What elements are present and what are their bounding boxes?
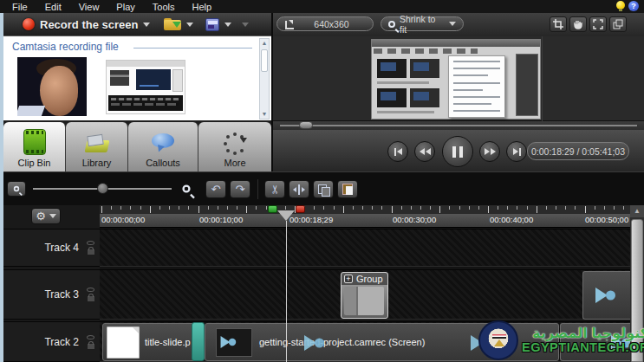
scroll-up-icon[interactable]: ▲ [260, 39, 269, 48]
track-header-4[interactable]: Track 4 [0, 229, 100, 267]
timeline-ruler[interactable]: 00:00:00;00 00:00:10;00 00:00:18;29 00:0… [100, 205, 630, 228]
tab-clip-bin[interactable]: Clip Bin [3, 122, 66, 171]
copy-icon [318, 184, 329, 195]
webcam-clip-thumbnail[interactable] [17, 57, 87, 116]
pause-button[interactable] [442, 136, 473, 167]
toolbar-divider [257, 179, 258, 199]
zoom-in-button[interactable] [175, 179, 198, 198]
crop-button[interactable] [550, 16, 567, 32]
import-media-icon[interactable] [164, 18, 181, 30]
canvas-dimensions-button[interactable]: 640x360 [276, 16, 374, 31]
track-name: Track 2 [44, 336, 79, 348]
lightbulb-icon[interactable] [616, 1, 625, 11]
magnifier-icon [388, 21, 395, 28]
zoom-mode-dropdown[interactable]: Shrink to fit [381, 16, 464, 31]
track-header-2[interactable]: Track 2 [0, 321, 100, 362]
rewind-button[interactable] [414, 141, 435, 162]
lock-icon[interactable] [88, 249, 94, 255]
undo-button[interactable]: ↶ [205, 180, 226, 198]
timeline-settings-button[interactable]: ⚙ [31, 208, 61, 224]
split-icon [293, 184, 305, 195]
lock-icon[interactable] [88, 296, 94, 301]
callouts-icon [150, 133, 176, 152]
import-dropdown-icon[interactable] [186, 23, 193, 27]
time-display: 0:00:18:29 / 0:05:41;03 [527, 142, 629, 160]
ruler-label: 00:00:40;00 [490, 215, 533, 224]
fast-forward-button[interactable] [479, 141, 500, 162]
transition-clip[interactable] [192, 322, 205, 361]
tab-library[interactable]: Library [66, 122, 128, 171]
zoom-out-button[interactable] [7, 181, 26, 197]
cut-button[interactable]: ✂ [264, 180, 285, 198]
fullscreen-icon [593, 19, 603, 29]
zoom-in-icon [182, 184, 190, 192]
scrollbar-thumb[interactable] [261, 49, 268, 72]
timeline-zoom-slider[interactable] [33, 188, 172, 190]
animation-arrow-icon[interactable] [302, 334, 325, 352]
selection-out-marker[interactable] [296, 205, 305, 213]
slide-thumbnail [107, 326, 140, 359]
fullscreen-button[interactable] [589, 16, 607, 32]
group-clip[interactable]: + Group [341, 272, 388, 319]
playhead-handle[interactable] [277, 210, 295, 221]
menu-edit[interactable]: Edit [45, 2, 62, 12]
record-screen-button[interactable]: Record the screen [40, 18, 138, 31]
eye-icon[interactable] [87, 335, 94, 339]
jump-to-end-button[interactable] [506, 141, 527, 162]
track-name: Track 3 [44, 288, 79, 301]
scroll-down-icon[interactable]: ▼ [260, 110, 269, 119]
zoom-animation-clip[interactable] [582, 271, 630, 320]
track-4-lane[interactable] [100, 229, 630, 267]
title-slide-clip[interactable]: title-slide.p [102, 323, 198, 361]
copy-button[interactable] [313, 180, 334, 198]
track-header-3[interactable]: Track 3 [0, 269, 100, 320]
toolbar-overflow-icon[interactable] [242, 23, 249, 27]
record-icon[interactable] [23, 18, 35, 30]
timeline-toolbar: ↶ ↷ ✂ [0, 171, 644, 205]
redo-button[interactable]: ↷ [230, 180, 250, 198]
track-3-lane[interactable]: + Group [100, 269, 630, 320]
more-icon [224, 133, 246, 155]
window-edge-strip [0, 13, 3, 362]
menu-tools[interactable]: Tools [153, 2, 175, 12]
tab-label: Library [82, 158, 112, 168]
zoom-slider-handle[interactable] [97, 183, 108, 194]
menu-help[interactable]: Help [192, 2, 211, 12]
scroll-up-icon[interactable]: ▲ [630, 205, 644, 217]
split-button[interactable] [289, 180, 309, 198]
selection-in-marker[interactable] [268, 205, 277, 213]
crop-icon [553, 19, 563, 29]
eye-icon[interactable] [87, 288, 94, 292]
menu-file[interactable]: File [12, 2, 28, 12]
library-icon [84, 133, 110, 154]
tab-more[interactable]: More [198, 122, 271, 171]
menu-view[interactable]: View [79, 2, 100, 12]
eye-icon[interactable] [87, 241, 94, 245]
playhead-line[interactable] [286, 221, 287, 362]
pan-button[interactable] [569, 16, 587, 32]
gear-icon: ⚙ [36, 210, 46, 223]
menu-play[interactable]: Play [116, 2, 134, 12]
paste-button[interactable] [337, 180, 358, 198]
video-preview-canvas[interactable] [273, 36, 644, 121]
lock-icon[interactable] [88, 344, 94, 349]
preview-toolbar: 640x360 Shrink to fit [273, 13, 644, 36]
expand-group-icon[interactable]: + [344, 275, 353, 283]
tab-callouts[interactable]: Callouts [128, 122, 198, 171]
pause-icon [452, 146, 456, 158]
help-icon[interactable]: ? [628, 1, 639, 11]
egyptiantech-logo [478, 320, 518, 360]
dimensions-value: 640x360 [314, 19, 348, 29]
ruler-label: 00:00:00;00 [101, 215, 145, 224]
seek-handle[interactable] [299, 121, 313, 129]
scissors-icon: ✂ [270, 184, 281, 194]
produce-dropdown-icon[interactable] [224, 23, 231, 27]
detach-button[interactable] [609, 16, 627, 32]
clip-bin-scrollbar[interactable]: ▲ ▼ [259, 38, 270, 120]
screen-recording-thumbnail[interactable] [106, 60, 185, 114]
rewind-icon [420, 148, 425, 155]
preview-seek-bar[interactable] [273, 121, 644, 130]
jump-to-start-button[interactable] [387, 141, 408, 162]
produce-share-icon[interactable] [205, 18, 219, 31]
record-dropdown-icon[interactable] [143, 23, 150, 27]
